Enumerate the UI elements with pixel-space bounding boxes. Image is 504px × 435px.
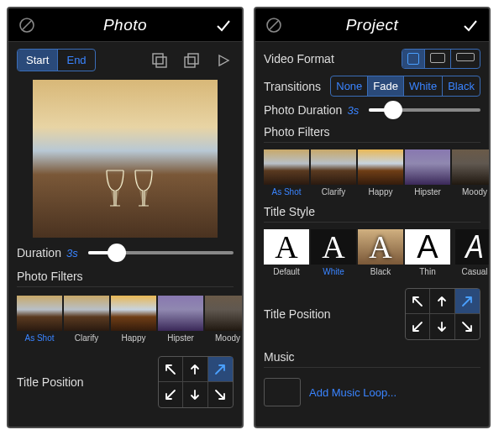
music-label: Music <box>264 350 480 368</box>
video-format-standard[interactable] <box>425 50 451 68</box>
crop-in-icon[interactable] <box>150 50 170 71</box>
filter-moody[interactable]: Moody <box>452 149 489 197</box>
title-position-cell-5[interactable] <box>455 314 480 339</box>
crop-out-icon[interactable] <box>181 50 202 71</box>
filters-strip[interactable]: As ShotClarifyHappyHipsterMoody <box>264 149 480 197</box>
filter-as-shot[interactable]: As Shot <box>264 149 309 197</box>
title-position-cell-3[interactable] <box>406 314 430 339</box>
title-style-name: Casual <box>452 265 489 276</box>
filter-happy[interactable]: Happy <box>111 296 156 343</box>
filter-thumb <box>358 149 403 185</box>
svg-line-1 <box>23 21 31 29</box>
title-position-cell-5[interactable] <box>208 382 233 407</box>
title-style-swatch: A <box>264 229 309 265</box>
title-position-cell-2[interactable] <box>208 357 233 382</box>
project-panel: Project Video Format Transitions NoneFad… <box>254 7 491 428</box>
filter-thumb <box>264 149 309 185</box>
confirm-icon[interactable] <box>213 15 234 35</box>
transition-black[interactable]: Black <box>443 76 480 96</box>
filter-as-shot[interactable]: As Shot <box>17 296 62 343</box>
music-thumbnail[interactable] <box>264 378 301 406</box>
title-style-swatch: A <box>311 229 356 265</box>
svg-marker-6 <box>219 55 228 66</box>
filter-happy[interactable]: Happy <box>358 149 403 197</box>
svg-rect-2 <box>153 54 163 64</box>
filter-name: Hipster <box>405 185 450 197</box>
filter-name: Moody <box>205 331 242 343</box>
transition-fade[interactable]: Fade <box>368 76 404 96</box>
transitions-segment: NoneFadeWhiteBlack <box>330 76 480 97</box>
video-format-wide[interactable] <box>451 50 480 68</box>
title-position-grid <box>158 356 234 408</box>
title-position-grid <box>405 288 480 340</box>
title-style-black[interactable]: ABlack <box>358 229 403 276</box>
filter-hipster[interactable]: Hipster <box>405 149 450 197</box>
title-style-name: Black <box>358 265 403 276</box>
tab-end[interactable]: End <box>58 50 94 71</box>
duration-slider[interactable] <box>88 251 234 254</box>
transition-white[interactable]: White <box>404 76 443 96</box>
filters-label: Photo Filters <box>17 270 234 287</box>
video-format-segment <box>402 49 480 69</box>
title-position-label: Title Position <box>264 307 331 321</box>
filter-thumb <box>158 296 203 331</box>
filter-clarify[interactable]: Clarify <box>64 296 109 343</box>
filter-name: Clarify <box>311 185 356 197</box>
duration-value: 3s <box>66 247 78 259</box>
titlebar: Photo <box>8 8 242 42</box>
filters-label: Photo Filters <box>264 125 480 143</box>
filter-thumb <box>205 296 242 331</box>
filter-thumb <box>452 149 489 185</box>
filter-name: As Shot <box>17 331 62 343</box>
filter-name: As Shot <box>264 185 309 197</box>
title-position-cell-2[interactable] <box>455 289 480 314</box>
title-style-label: Title Style <box>264 205 480 223</box>
filter-thumb <box>17 296 62 331</box>
title-style-casual[interactable]: ACasual <box>452 229 489 276</box>
photo-panel: Photo Start End <box>7 7 244 428</box>
filter-name: Happy <box>111 331 156 343</box>
title-style-default[interactable]: ADefault <box>264 229 309 276</box>
confirm-icon[interactable] <box>460 15 480 35</box>
filter-name: Clarify <box>64 331 109 343</box>
photo-duration-slider[interactable] <box>369 108 480 112</box>
title-style-white[interactable]: AWhite <box>311 229 356 276</box>
cancel-icon[interactable] <box>17 15 37 35</box>
title-position-cell-1[interactable] <box>183 357 207 382</box>
title-style-swatch: A <box>358 229 403 265</box>
add-music-link[interactable]: Add Music Loop... <box>309 386 396 399</box>
filter-moody[interactable]: Moody <box>205 296 242 343</box>
filter-name: Hipster <box>158 331 203 343</box>
title-style-thin[interactable]: AThin <box>405 229 450 276</box>
photo-preview[interactable] <box>33 80 218 238</box>
filter-name: Moody <box>452 185 489 197</box>
duration-label: Duration <box>17 246 61 259</box>
filters-strip[interactable]: As ShotClarifyHappyHipsterMoody <box>17 296 234 343</box>
title-position-cell-0[interactable] <box>406 289 430 314</box>
filter-name: Happy <box>358 185 403 197</box>
title-position-cell-3[interactable] <box>159 382 183 407</box>
panel-title: Project <box>346 16 399 34</box>
title-position-cell-4[interactable] <box>430 314 454 339</box>
panel-title: Photo <box>103 16 147 34</box>
title-position-cell-1[interactable] <box>430 289 454 314</box>
title-styles-strip[interactable]: ADefaultAWhiteABlackAThinACasual <box>264 229 480 276</box>
tab-start[interactable]: Start <box>18 50 58 71</box>
filter-thumb <box>111 296 156 331</box>
svg-rect-5 <box>188 54 198 64</box>
title-style-swatch: A <box>455 229 489 265</box>
title-style-name: Thin <box>405 265 450 276</box>
filter-thumb <box>64 296 109 331</box>
play-icon[interactable] <box>213 50 234 71</box>
photo-duration-value: 3s <box>347 104 359 117</box>
transition-none[interactable]: None <box>331 76 368 96</box>
title-position-cell-4[interactable] <box>183 382 207 407</box>
svg-line-8 <box>270 21 278 29</box>
cancel-icon[interactable] <box>264 15 284 35</box>
filter-clarify[interactable]: Clarify <box>311 149 356 197</box>
video-format-square[interactable] <box>402 50 425 68</box>
filter-hipster[interactable]: Hipster <box>158 296 203 343</box>
title-position-cell-0[interactable] <box>159 357 183 382</box>
svg-rect-4 <box>185 57 195 67</box>
title-style-name: White <box>311 265 356 276</box>
